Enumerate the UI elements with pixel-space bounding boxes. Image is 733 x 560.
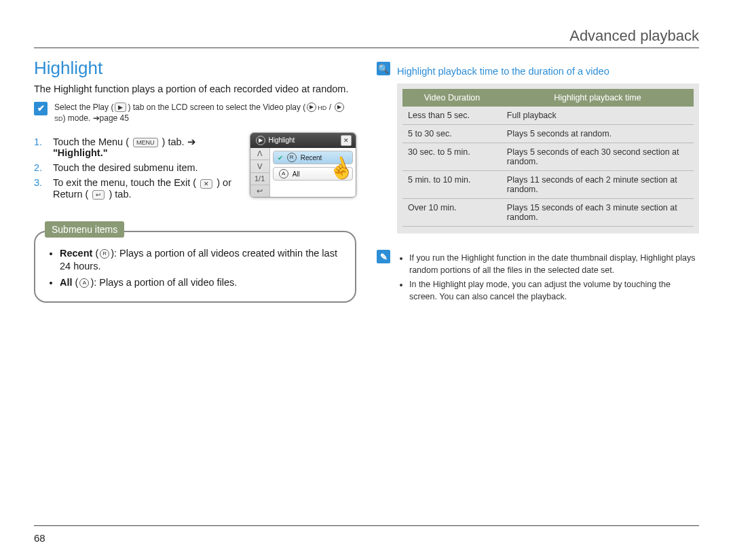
all-badge-icon: A [79,278,89,288]
note-item: If you run the Highlight function in the… [409,252,699,276]
step-1: 1. Touch the Menu ( MENU ) tab. ➔ "Highl… [34,136,240,158]
submenu-item-recent: Recent (R): Plays a portion of all video… [60,247,343,274]
note-item: In the Highlight play mode, you can adju… [409,278,699,303]
footer-separator [34,525,699,526]
duration-table: Video Duration Highlight playback time L… [397,83,699,234]
table-row: 5 to 30 sec.Plays 5 seconds at random. [402,125,694,143]
page-number: 68 [34,532,45,544]
checkmark-icon: ✔ [278,154,283,162]
step-3: 3. To exit the menu, touch the Exit ( ✕ … [34,177,240,199]
steps-list: 1. Touch the Menu ( MENU ) tab. ➔ "Highl… [34,132,240,204]
magnifier-icon: 🔍 [377,62,390,75]
back-icon: ↩ [250,185,269,197]
lcd-screenshot: ▶ Highlight ✕ ᐱ ᐯ 1/1 ↩ ✔ [250,132,356,198]
table-row: Less than 5 sec.Full playback [402,107,694,125]
scroll-down-icon: ᐯ [250,160,269,172]
table-row: Over 10 min.Plays 15 seconds of each 3 m… [402,199,694,227]
table-row: 5 min. to 10 min.Plays 11 seconds of eac… [402,171,694,199]
table-row: 30 sec. to 5 min.Plays 5 seconds of each… [402,143,694,171]
page-header-title: Advanced playback [569,27,699,45]
page-indicator: 1/1 [250,173,269,185]
sd-mode-icon: ▶ [335,102,344,112]
select-note: ✔ Select the Play (▶) tab on the LCD scr… [34,102,356,125]
submenu-items-label: Submenu items [45,221,124,238]
exit-icon: ✕ [200,179,212,189]
all-badge-icon: A [279,169,288,179]
submenu-item-all: All (A): Plays a portion of all video fi… [60,276,343,290]
right-column: 🔍 Highlight playback time to the duratio… [377,58,699,314]
scroll-up-icon: ᐱ [250,148,269,160]
note-icon: ✎ [377,250,390,263]
th-playback: Highlight playback time [502,89,694,107]
screenshot-sidebar: ᐱ ᐯ 1/1 ↩ [250,148,270,197]
screenshot-close-icon: ✕ [341,135,352,146]
table-title: Highlight playback time to the duration … [397,66,699,77]
check-icon: ✔ [34,102,48,115]
play-icon: ▶ [115,102,126,112]
section-heading: Highlight [34,58,356,79]
return-icon: ↩ [92,190,105,200]
submenu-items-box: Submenu items Recent (R): Plays a portio… [34,231,356,303]
left-column: Highlight The Highlight function plays a… [34,58,356,314]
recent-badge-icon: R [287,153,297,162]
step-2: 2. Touch the desired submenu item. [34,162,240,173]
page-header: Advanced playback [34,27,699,48]
hd-mode-icon: ▶ [307,102,316,112]
screenshot-title: ▶ Highlight [255,136,295,145]
th-duration: Video Duration [402,89,502,107]
notes-block: ✎ If you run the Highlight function in t… [377,250,699,305]
select-note-text: Select the Play (▶) tab on the LCD scree… [54,102,356,125]
intro-text: The Highlight function plays a portion o… [34,83,356,96]
menu-icon: MENU [133,138,158,147]
recent-badge-icon: R [100,249,109,259]
